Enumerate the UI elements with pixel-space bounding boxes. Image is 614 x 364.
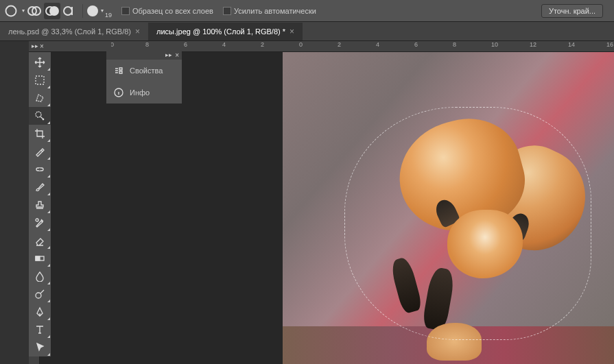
eraser-tool[interactable] xyxy=(29,232,51,250)
brush-preview[interactable]: ▾ xyxy=(87,5,104,16)
stamp-tool[interactable] xyxy=(29,196,51,214)
pen-tool[interactable] xyxy=(29,303,51,321)
ruler-tick: 0 xyxy=(299,41,303,48)
properties-panel-item[interactable]: Свойства xyxy=(106,60,182,82)
marquee-tool[interactable] xyxy=(29,71,51,89)
ruler-tick: 12 xyxy=(530,41,536,48)
expand-icon[interactable]: ▸▸ xyxy=(165,51,172,58)
ruler-tick: 4 xyxy=(222,41,226,48)
healing-tool[interactable] xyxy=(29,160,51,178)
panel-flyout: Свойства Инфо xyxy=(106,60,182,104)
info-panel-item[interactable]: Инфо xyxy=(106,82,182,104)
svg-point-5 xyxy=(64,7,72,15)
auto-enhance-checkbox[interactable]: Усилить автоматически xyxy=(223,7,316,15)
ruler-tick: 6 xyxy=(414,41,418,48)
eyedropper-tool[interactable] xyxy=(29,143,51,160)
separator xyxy=(82,4,83,18)
auto-enhance-label: Усилить автоматически xyxy=(234,7,316,15)
lasso-tool[interactable] xyxy=(29,89,51,107)
options-bar: ▾ ▾ 19 Образец со всех слоев Усилить авт… xyxy=(0,0,614,22)
svg-point-0 xyxy=(6,5,16,16)
ruler-tick: 16 xyxy=(606,41,613,48)
close-icon[interactable]: × xyxy=(135,27,140,36)
tab-label: лень.psd @ 33,3% (Слой 1, RGB/8) xyxy=(8,27,131,36)
svg-point-9 xyxy=(36,219,38,221)
svg-rect-11 xyxy=(36,256,40,260)
svg-rect-6 xyxy=(36,76,44,84)
selection-mode-add[interactable] xyxy=(26,3,43,19)
panel-tab-strip[interactable]: ▸▸ × xyxy=(106,50,182,60)
selection-marquee xyxy=(344,107,591,340)
chevron-down-icon[interactable]: ▾ xyxy=(22,8,25,14)
ruler-tick: 8 xyxy=(453,41,456,48)
ruler-tick: 14 xyxy=(568,41,575,48)
toolbox xyxy=(29,52,51,356)
ruler-tick: 6 xyxy=(184,41,187,48)
ruler-tick: 4 xyxy=(376,41,379,48)
history-brush-tool[interactable] xyxy=(29,214,51,232)
brush-dot-icon xyxy=(87,5,98,16)
ruler-tick: 10 xyxy=(491,41,498,48)
ruler-tick: 2 xyxy=(261,41,264,48)
crop-tool[interactable] xyxy=(29,125,51,143)
canvas[interactable] xyxy=(283,52,614,364)
close-icon[interactable]: × xyxy=(290,27,294,36)
svg-point-12 xyxy=(36,293,41,298)
dodge-tool[interactable] xyxy=(29,285,51,303)
type-tool[interactable] xyxy=(29,321,51,339)
close-icon[interactable]: × xyxy=(175,51,179,59)
brush-size-label: 19 xyxy=(105,12,112,19)
document-tab[interactable]: лисы.jpeg @ 100% (Слой 1, RGB/8) * × xyxy=(148,23,303,40)
properties-icon xyxy=(113,65,124,76)
selection-mode-intersect[interactable] xyxy=(62,3,78,19)
expand-icon[interactable]: ▸▸ xyxy=(32,43,38,49)
panel-tab-strip[interactable]: ▸▸ × xyxy=(29,41,111,51)
refine-edge-button[interactable]: Уточн. край... xyxy=(541,4,603,18)
path-select-tool[interactable] xyxy=(29,339,51,356)
document-tabs: лень.psd @ 33,3% (Слой 1, RGB/8) × лисы.… xyxy=(0,22,614,41)
sample-all-layers-label: Образец со всех слоев xyxy=(132,7,213,15)
selection-mode-subtract[interactable] xyxy=(44,3,60,19)
svg-point-4 xyxy=(50,7,58,15)
info-label: Инфо xyxy=(130,88,150,97)
svg-point-7 xyxy=(36,112,41,117)
chevron-down-icon[interactable]: ▾ xyxy=(101,8,104,14)
checkbox-icon xyxy=(223,7,231,15)
ruler-tick: 2 xyxy=(338,41,341,48)
info-icon xyxy=(113,87,124,98)
gradient-tool[interactable] xyxy=(29,250,51,267)
properties-label: Свойства xyxy=(130,66,163,75)
sample-all-layers-checkbox[interactable]: Образец со всех слоев xyxy=(121,7,213,15)
selection-mode-new[interactable] xyxy=(3,3,19,19)
checkbox-icon xyxy=(121,7,130,15)
quick-select-tool[interactable] xyxy=(29,107,51,125)
brush-tool[interactable] xyxy=(29,178,51,196)
move-tool[interactable] xyxy=(29,53,51,71)
document-tab[interactable]: лень.psd @ 33,3% (Слой 1, RGB/8) × xyxy=(0,23,148,40)
blur-tool[interactable] xyxy=(29,267,51,285)
ruler-tick: 8 xyxy=(145,41,149,48)
tab-label: лисы.jpeg @ 100% (Слой 1, RGB/8) * xyxy=(156,27,285,36)
close-icon[interactable]: × xyxy=(40,43,44,50)
